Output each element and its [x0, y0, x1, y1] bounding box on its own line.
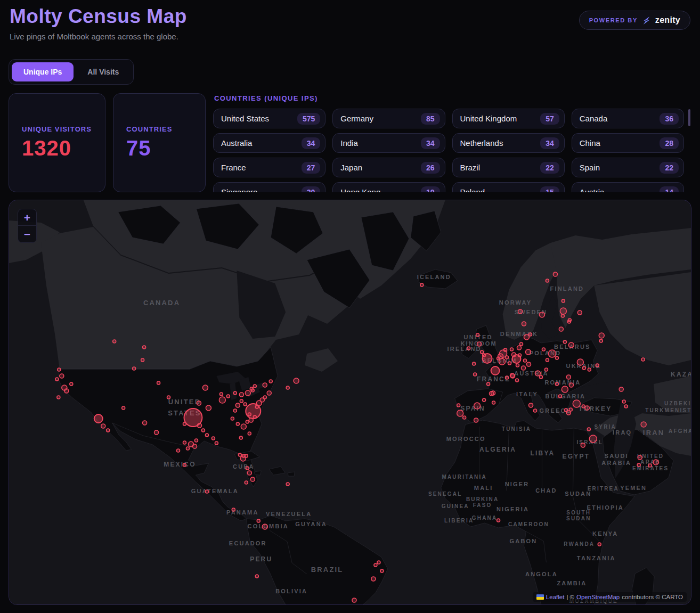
- map-dot[interactable]: [154, 430, 159, 435]
- map-dot[interactable]: [525, 349, 531, 355]
- map-dot[interactable]: [251, 389, 254, 392]
- map-dot[interactable]: [269, 380, 272, 383]
- map-dot[interactable]: [577, 359, 583, 365]
- map-dot[interactable]: [232, 508, 235, 511]
- map-dot[interactable]: [582, 405, 585, 408]
- map-dot[interactable]: [558, 395, 561, 398]
- map-dot[interactable]: [197, 423, 201, 428]
- map-dot[interactable]: [599, 333, 604, 338]
- map-dot[interactable]: [555, 382, 558, 386]
- map-dot[interactable]: [569, 408, 572, 411]
- map-dot[interactable]: [371, 577, 376, 581]
- map-dot[interactable]: [622, 400, 625, 403]
- world-map-canvas[interactable]: CANADAUNITEDSTATESMEXICOCUBAGUATEMALAPAN…: [9, 200, 691, 605]
- country-item[interactable]: Canada36: [572, 109, 684, 128]
- map-dot[interactable]: [246, 420, 249, 423]
- country-item[interactable]: India34: [332, 133, 445, 153]
- map-dot[interactable]: [483, 354, 486, 357]
- map-dot[interactable]: [491, 391, 495, 395]
- map-dot[interactable]: [143, 346, 146, 349]
- map-dot[interactable]: [380, 569, 384, 573]
- map-dot[interactable]: [233, 409, 237, 412]
- map-dot[interactable]: [596, 364, 599, 367]
- map-dot[interactable]: [522, 322, 526, 326]
- map-dot[interactable]: [101, 424, 105, 428]
- map-dot[interactable]: [483, 398, 486, 402]
- country-item[interactable]: France27: [213, 158, 325, 177]
- map-dot[interactable]: [267, 391, 271, 395]
- map-dot[interactable]: [568, 342, 574, 348]
- map-dot[interactable]: [107, 429, 110, 432]
- map-dot[interactable]: [94, 414, 103, 423]
- map-dot[interactable]: [113, 340, 116, 343]
- map-dot[interactable]: [516, 379, 519, 382]
- map-dot[interactable]: [235, 403, 240, 407]
- map-dot[interactable]: [205, 490, 208, 493]
- map-dot[interactable]: [638, 455, 642, 460]
- map-dot[interactable]: [510, 348, 514, 351]
- map-dot[interactable]: [474, 373, 477, 376]
- map-dot[interactable]: [567, 320, 571, 323]
- map-dot[interactable]: [457, 404, 460, 407]
- map-dot[interactable]: [553, 272, 557, 276]
- map-dot[interactable]: [524, 334, 529, 340]
- map-dot[interactable]: [523, 359, 526, 362]
- map-dot[interactable]: [546, 279, 549, 282]
- map-dot[interactable]: [599, 339, 603, 342]
- map-dot[interactable]: [205, 434, 208, 437]
- map-dot[interactable]: [539, 312, 544, 317]
- map-dot[interactable]: [141, 358, 144, 362]
- map-dot[interactable]: [587, 428, 590, 431]
- country-item[interactable]: Singapore20: [213, 182, 325, 192]
- map-dot[interactable]: [231, 417, 234, 420]
- map-dot[interactable]: [143, 421, 147, 425]
- map-dot[interactable]: [619, 387, 623, 391]
- map-dot[interactable]: [564, 408, 567, 412]
- map-dot[interactable]: [533, 409, 536, 412]
- map-dot[interactable]: [539, 375, 542, 379]
- map-dot[interactable]: [588, 368, 591, 371]
- country-item[interactable]: Australia34: [213, 133, 325, 153]
- map-dot[interactable]: [257, 519, 260, 522]
- map-dot[interactable]: [240, 399, 243, 403]
- map-dot[interactable]: [598, 543, 601, 546]
- map-dot[interactable]: [247, 471, 251, 475]
- map-dot[interactable]: [497, 357, 500, 360]
- zoom-in-button[interactable]: +: [18, 209, 36, 226]
- map-dot[interactable]: [563, 340, 566, 344]
- map-dot[interactable]: [206, 405, 211, 411]
- map-dot[interactable]: [186, 447, 189, 450]
- map-dot[interactable]: [236, 422, 239, 426]
- map-dot[interactable]: [239, 393, 243, 397]
- map-dot[interactable]: [286, 483, 289, 486]
- map-dot[interactable]: [58, 368, 61, 371]
- map-dot[interactable]: [653, 460, 658, 465]
- countries-scrollbar-thumb[interactable]: [688, 109, 690, 126]
- map-dot[interactable]: [546, 358, 549, 362]
- map-dot[interactable]: [245, 390, 250, 396]
- map-dot[interactable]: [263, 396, 266, 399]
- map-dot[interactable]: [487, 382, 490, 386]
- osm-link[interactable]: OpenStreetMap: [576, 594, 620, 600]
- map-dot[interactable]: [183, 463, 186, 467]
- map-dot[interactable]: [518, 309, 523, 314]
- map-dot[interactable]: [585, 406, 589, 410]
- map-dot[interactable]: [60, 374, 64, 378]
- map-dot[interactable]: [55, 378, 59, 381]
- map-dot[interactable]: [463, 416, 466, 419]
- tab-all-visits[interactable]: All Visits: [76, 62, 131, 81]
- map-dot[interactable]: [239, 436, 242, 439]
- leaflet-link[interactable]: Leaflet: [546, 594, 565, 600]
- map-dot[interactable]: [555, 356, 558, 359]
- map-dot[interactable]: [352, 598, 356, 602]
- map-dot[interactable]: [542, 348, 545, 351]
- tab-unique-ips[interactable]: Unique IPs: [12, 62, 74, 81]
- map-dot[interactable]: [561, 299, 565, 303]
- map-dot[interactable]: [544, 368, 548, 371]
- map-dot[interactable]: [286, 386, 289, 389]
- map-dot[interactable]: [641, 358, 645, 361]
- map-dot[interactable]: [581, 443, 585, 447]
- map-dot[interactable]: [215, 442, 218, 445]
- map-dot[interactable]: [201, 429, 205, 432]
- map-dot[interactable]: [506, 356, 509, 359]
